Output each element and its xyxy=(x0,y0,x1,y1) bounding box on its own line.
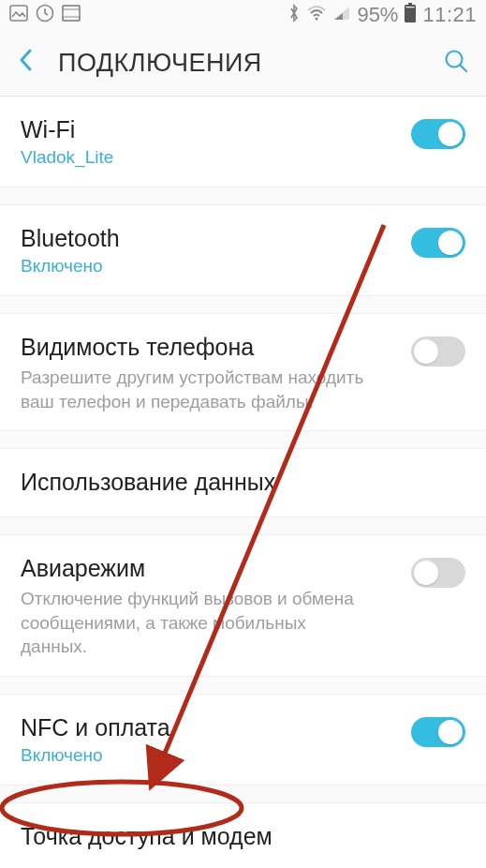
wifi-subtitle: Vladok_Lite xyxy=(21,146,398,170)
svg-rect-6 xyxy=(408,3,412,5)
svg-rect-2 xyxy=(63,6,80,21)
row-nfc-payment[interactable]: NFC и оплата Включено xyxy=(0,695,486,785)
wifi-title: Wi-Fi xyxy=(21,115,398,144)
film-icon xyxy=(62,5,81,26)
page-title: ПОДКЛЮЧЕНИЯ xyxy=(58,49,419,78)
airplane-title: Авиарежим xyxy=(21,554,398,583)
hotspot-title: Точка доступа и модем xyxy=(21,822,465,851)
row-hotspot-tethering[interactable]: Точка доступа и модем xyxy=(0,803,486,868)
battery-percentage: 95% xyxy=(357,3,398,27)
picture-icon xyxy=(9,5,28,26)
wifi-icon xyxy=(306,5,327,26)
signal-icon xyxy=(332,5,351,26)
row-phone-visibility[interactable]: Видимость телефона Разрешите другим устр… xyxy=(0,314,486,431)
section-gap xyxy=(0,676,486,695)
visibility-title: Видимость телефона xyxy=(21,333,398,362)
clock-time: 11:21 xyxy=(422,3,477,27)
data-usage-title: Использование данных xyxy=(21,468,465,497)
bluetooth-icon xyxy=(287,4,301,27)
section-gap xyxy=(0,430,486,449)
nfc-toggle[interactable] xyxy=(411,717,465,747)
wifi-toggle[interactable] xyxy=(411,119,465,149)
search-button[interactable] xyxy=(443,48,469,78)
section-gap xyxy=(0,295,486,314)
airplane-toggle[interactable] xyxy=(411,558,465,588)
row-airplane-mode[interactable]: Авиарежим Отключение функций вызовов и о… xyxy=(0,535,486,676)
status-bar: 95% 11:21 xyxy=(0,0,486,30)
bluetooth-toggle[interactable] xyxy=(411,228,465,258)
clock-icon xyxy=(36,4,54,27)
section-gap xyxy=(0,516,486,535)
visibility-desc: Разрешите другим устройствам находить ва… xyxy=(21,366,398,413)
row-wifi[interactable]: Wi-Fi Vladok_Lite xyxy=(0,97,486,187)
bluetooth-subtitle: Включено xyxy=(21,255,398,278)
header-bar: ПОДКЛЮЧЕНИЯ xyxy=(0,30,486,96)
bluetooth-title: Bluetooth xyxy=(21,224,398,253)
back-button[interactable] xyxy=(17,47,34,80)
airplane-desc: Отключение функций вызовов и обмена сооб… xyxy=(21,587,358,659)
row-data-usage[interactable]: Использование данных xyxy=(0,449,486,516)
svg-rect-8 xyxy=(406,7,415,7)
svg-point-5 xyxy=(316,17,318,20)
status-right-icons: 95% 11:21 xyxy=(287,3,477,28)
section-gap xyxy=(0,785,486,803)
nfc-subtitle: Включено xyxy=(21,744,398,768)
nfc-title: NFC и оплата xyxy=(21,713,398,742)
section-gap xyxy=(0,187,486,205)
status-left-icons xyxy=(9,4,81,27)
visibility-toggle[interactable] xyxy=(411,337,465,367)
svg-rect-0 xyxy=(10,6,27,21)
row-bluetooth[interactable]: Bluetooth Включено xyxy=(0,205,486,295)
battery-icon xyxy=(404,3,417,28)
